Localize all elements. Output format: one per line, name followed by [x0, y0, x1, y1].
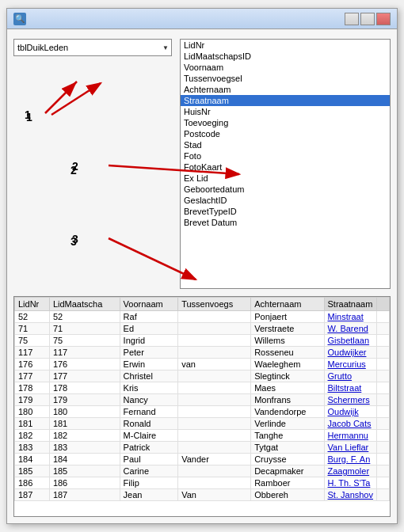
table-cell [178, 382, 251, 394]
content-area: tblDuikLeden LidNrLidMaatschapsIDVoornaa… [7, 29, 397, 523]
scroll-cell [377, 382, 390, 394]
table-row[interactable]: 7171EdVerstraeteW. Barend [15, 323, 390, 335]
table-cell: 178 [15, 382, 50, 394]
field-item[interactable]: Tussenvoegsel [181, 73, 390, 84]
table-cell: Cruysse [251, 454, 324, 466]
table-cell: Christel [120, 370, 178, 382]
field-item[interactable]: Postcode [181, 128, 390, 139]
result-section: LidNrLidMaatschaVoornaamTussenvoegsAchte… [13, 294, 391, 517]
table-cell: Mercurius [324, 359, 376, 370]
field-item[interactable]: BrevetTypeID [181, 206, 390, 217]
field-item[interactable]: Voornaam [181, 62, 390, 73]
field-item[interactable]: LidMaatschapsID [181, 51, 390, 62]
table-cell: 182 [15, 430, 50, 442]
table-cell: Ramboer [251, 477, 324, 489]
table-cell: 177 [49, 370, 120, 382]
table-cell: W. Barend [324, 323, 376, 335]
table-cell: 75 [15, 335, 50, 347]
field-item[interactable]: Stad [181, 139, 390, 150]
table-cell [178, 418, 251, 430]
table-row[interactable]: 177177ChristelSlegtinckGrutto [15, 370, 390, 382]
field-item[interactable]: Toevoeging [181, 117, 390, 128]
scroll-cell [377, 454, 390, 466]
table-cell: 187 [49, 489, 120, 501]
table-row[interactable]: 183183PatrickTytgatVan Lieflar [15, 442, 390, 454]
table-cell [178, 347, 251, 359]
table-select-wrapper[interactable]: tblDuikLeden [13, 39, 172, 56]
table-cell: 179 [15, 394, 50, 406]
table-cell: Ronald [120, 418, 178, 430]
top-section: tblDuikLeden LidNrLidMaatschapsIDVoornaa… [13, 36, 391, 289]
table-cell: 52 [49, 311, 120, 323]
table-cell: Maes [251, 382, 324, 394]
table-row[interactable]: 186186FilipRamboerH. Th. S'Ta [15, 477, 390, 489]
table-cell [178, 430, 251, 442]
minimize-button[interactable] [345, 13, 359, 25]
table-cell: Ponjaert [251, 311, 324, 323]
table-cell: Patrick [120, 442, 178, 454]
field-item[interactable]: Foto [181, 150, 390, 162]
table-cell: 71 [15, 323, 50, 335]
field-item[interactable]: HuisNr [181, 106, 390, 117]
field-item[interactable]: Achternaam [181, 84, 390, 95]
column-header: LidNr [15, 298, 50, 311]
header-row: LidNrLidMaatschaVoornaamTussenvoegsAchte… [15, 298, 390, 311]
table-cell: Paul [120, 454, 178, 466]
scroll-cell [377, 370, 390, 382]
table-cell: Nancy [120, 394, 178, 406]
table-cell: Peter [120, 347, 178, 359]
table-cell [178, 477, 251, 489]
maximize-button[interactable] [360, 13, 375, 25]
result-table-container[interactable]: LidNrLidMaatschaVoornaamTussenvoegsAchte… [13, 296, 391, 517]
table-row[interactable]: 187187JeanVanObberehSt. Janshov [15, 489, 390, 501]
field-item[interactable]: LidNr [181, 40, 390, 51]
table-row[interactable]: 176176ErwinvanWaeleghemMercurius [15, 359, 390, 370]
table-cell [178, 394, 251, 406]
table-cell: Schermers [324, 394, 376, 406]
table-cell: Biltstraat [324, 382, 376, 394]
table-cell: 71 [49, 323, 120, 335]
table-row[interactable]: 117117PeterRosseneuOudwijker [15, 347, 390, 359]
table-row[interactable]: 182182M-ClaireTangheHermannu [15, 430, 390, 442]
field-item[interactable]: GeslachtID [181, 195, 390, 206]
table-cell: Oudwijk [324, 406, 376, 418]
fields-listbox[interactable]: LidNrLidMaatschapsIDVoornaamTussenvoegse… [180, 39, 391, 289]
result-table: LidNrLidMaatschaVoornaamTussenvoegsAchte… [14, 297, 390, 501]
column-header: LidMaatscha [49, 298, 120, 311]
table-row[interactable]: 185185CarineDecapmakerZaagmoler [15, 466, 390, 477]
scrollbar-header [377, 298, 390, 311]
table-cell: H. Th. S'Ta [324, 477, 376, 489]
table-cell: Erwin [120, 359, 178, 370]
table-cell: Raf [120, 311, 178, 323]
table-cell [178, 406, 251, 418]
right-panel: LidNrLidMaatschapsIDVoornaamTussenvoegse… [180, 36, 391, 289]
table-row[interactable]: 7575IngridWillemsGisbetlaan [15, 335, 390, 347]
table-row[interactable]: 184184PaulVanderCruysseBurg. F. An [15, 454, 390, 466]
table-row[interactable]: 178178KrisMaesBiltstraat [15, 382, 390, 394]
table-select[interactable]: tblDuikLeden [13, 39, 172, 56]
field-item[interactable]: Straatnaam [181, 95, 390, 106]
scroll-cell [377, 347, 390, 359]
table-cell: Oudwijker [324, 347, 376, 359]
table-row[interactable]: 181181RonaldVerlindeJacob Cats [15, 418, 390, 430]
table-cell: Fernand [120, 406, 178, 418]
table-cell: Tanghe [251, 430, 324, 442]
field-item[interactable]: Geboortedatum [181, 184, 390, 195]
field-item[interactable]: Brevet Datum [181, 217, 390, 228]
table-cell: Van [178, 489, 251, 501]
close-button[interactable] [376, 13, 391, 25]
table-cell: 75 [49, 335, 120, 347]
table-cell: Tytgat [251, 442, 324, 454]
table-cell: 183 [15, 442, 50, 454]
table-cell: Verlinde [251, 418, 324, 430]
table-cell: Minstraat [324, 311, 376, 323]
table-row[interactable]: 5252RafPonjaertMinstraat [15, 311, 390, 323]
table-cell: 184 [15, 454, 50, 466]
table-body: 5252RafPonjaertMinstraat7171EdVerstraete… [15, 311, 390, 501]
table-row[interactable]: 179179NancyMonfransSchermers [15, 394, 390, 406]
table-cell: 117 [15, 347, 50, 359]
table-row[interactable]: 180180FernandVandendorpeOudwijk [15, 406, 390, 418]
table-cell: 181 [49, 418, 120, 430]
field-item[interactable]: Ex Lid [181, 173, 390, 184]
field-item[interactable]: FotoKaart [181, 162, 390, 173]
